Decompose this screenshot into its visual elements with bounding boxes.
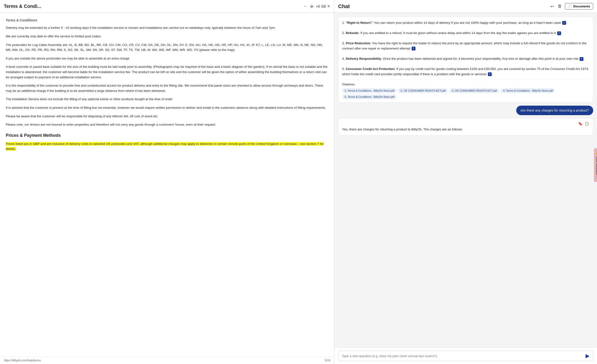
chat-header-actions: ↩ 🗑 📄 Documents (549, 3, 593, 10)
documents-icon: 📄 (568, 5, 572, 8)
paragraph-5: A level concrete or paved base suitable … (6, 64, 328, 80)
send-icon: ▶ (586, 353, 590, 359)
chat-input[interactable] (342, 354, 584, 358)
footer-page: 3/19 (325, 359, 330, 362)
feedback-pencil-icon: ✏️ (595, 152, 597, 155)
close-button[interactable]: ✕ (327, 4, 330, 8)
paragraph-10: Please note, our drivers are not insured… (6, 122, 328, 127)
send-button[interactable]: ▶ (584, 353, 590, 359)
ai-response-2-text: Yes, there are charges for returning a p… (342, 127, 589, 132)
paragraph-4: If you are outside the above postcodes w… (6, 56, 328, 61)
document-title: Terms & Condi... (4, 4, 41, 9)
highlighted-text: Prices listed are in GBP and are inclusi… (6, 142, 324, 151)
citations-section: Citations: 1. Terms & Conditions - Billy… (342, 80, 589, 99)
ai-item-5: 5. Consumer Credit Act Protection: If yo… (342, 66, 589, 77)
ai-item-1: 1. "Right to Return": You can return you… (342, 20, 589, 25)
citation-1[interactable]: 1. Terms & Conditions - BillyOh Store.pd… (342, 88, 397, 93)
document-content: Terms & Conditions Delivery may be exten… (0, 13, 334, 357)
chat-input-wrapper: ▶ (338, 351, 593, 361)
ai-message-1: 1. "Right to Return": You can return you… (338, 17, 593, 103)
chat-header: Chat ↩ 🗑 📄 Documents (334, 0, 597, 13)
page-total: /19 (321, 5, 326, 8)
ai-message-2: 🔖 📋 Yes, there are charges for returning… (338, 118, 593, 136)
feedback-label: Give feedback (595, 157, 597, 175)
chat-messages: 1. "Right to Return": You can return you… (334, 13, 597, 348)
documents-button[interactable]: 📄 Documents (565, 3, 593, 9)
ai-item-4: 4. Delivery Responsibility: Once the pro… (342, 56, 589, 61)
citation-5[interactable]: 5. Terms & Conditions - BillyOh Store.pd… (342, 94, 397, 99)
right-panel: Chat ↩ 🗑 📄 Documents 1. "Right to Return… (334, 0, 597, 364)
copy-button[interactable]: 📋 (585, 121, 589, 126)
paragraph-8: It is advised that the customer is prese… (6, 105, 328, 110)
feedback-sidebar[interactable]: ✏️ Give feedback ··· (594, 148, 597, 182)
citation-badge-3[interactable]: 3 (412, 47, 416, 50)
prices-paragraph: Prices listed are in GBP and are inclusi… (6, 141, 328, 152)
paragraph-6: It is the responsibility of the customer… (6, 83, 328, 93)
feedback-dots-icon: ··· (595, 176, 597, 179)
bookmark-button[interactable]: 🔖 (578, 121, 583, 126)
paragraph-1: Delivery may be extended by a further 5 … (6, 25, 328, 30)
citation-badge-4[interactable]: 4 (580, 57, 583, 61)
zoom-out-button[interactable]: − (303, 3, 307, 9)
zoom-fit-button[interactable]: ⊕ (309, 3, 314, 9)
section-title: Terms & Conditions (6, 18, 328, 23)
prices-heading: Prices & Payment Methods (6, 132, 328, 139)
chat-input-area: ▶ (334, 348, 597, 364)
user-message: Are there any charges for returning a pr… (516, 106, 593, 115)
paragraph-2: We are currently only able to offer the … (6, 34, 328, 39)
documents-label: Documents (573, 5, 590, 8)
footer-url: https://billyoh.com/help/terms (4, 359, 41, 362)
citation-badge-1[interactable]: 1 (562, 21, 566, 25)
citation-4[interactable]: 4. Terms & Conditions - BillyOh Store.pd… (501, 88, 555, 93)
paragraph-7: The installation Service does not includ… (6, 97, 328, 102)
citations-grid: 1. Terms & Conditions - BillyOh Store.pd… (342, 88, 589, 99)
page-offset: +3 (316, 5, 320, 8)
citations-label: Citations: (342, 82, 589, 87)
chat-title: Chat (338, 3, 350, 9)
left-panel: Terms & Condi... − ⊕ +3 /19 ✕ Terms & Co… (0, 0, 334, 364)
ai-item-3: 3. Price Reduction: You have the right t… (342, 41, 589, 51)
delete-button[interactable]: 🗑 (557, 3, 563, 10)
citation-badge-5[interactable]: 5 (488, 72, 492, 76)
bubble-actions: 🔖 📋 (342, 121, 589, 126)
header-controls: − ⊕ +3 /19 ✕ (303, 3, 330, 9)
document-footer: https://billyoh.com/help/terms 3/19 (0, 357, 334, 364)
undo-button[interactable]: ↩ (549, 3, 555, 10)
left-header: Terms & Condi... − ⊕ +3 /19 ✕ (0, 0, 334, 13)
citation-2[interactable]: 2. UK CONSUMER RIGHTS ACT.pdf (398, 88, 448, 93)
paragraph-9: Please be aware that the customer will b… (6, 114, 328, 119)
ai-item-2: 2. Refunds: If you are entitled to a ref… (342, 30, 589, 36)
citation-3[interactable]: 3. UK CONSUMER RIGHTS ACT.pdf (449, 88, 499, 93)
paragraph-3: The postcodes for Log Cabin Assembly are… (6, 42, 328, 53)
citation-badge-2[interactable]: 2 (557, 31, 561, 35)
